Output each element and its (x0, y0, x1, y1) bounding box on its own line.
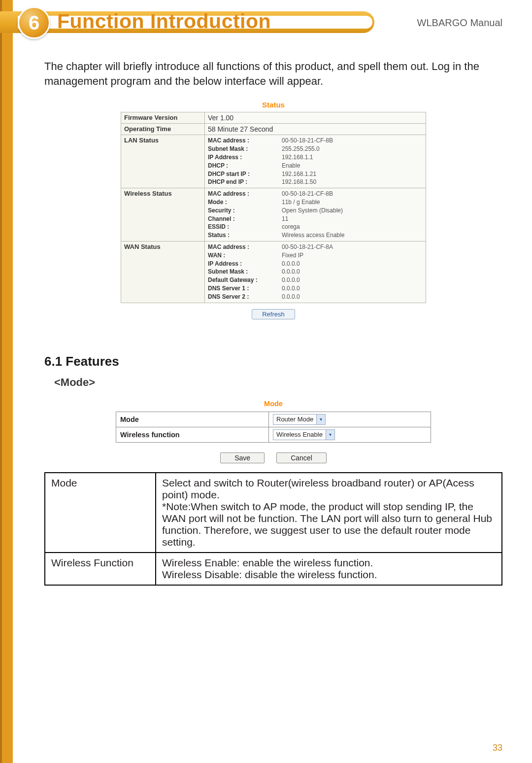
table-row: Firmware Version Ver 1.00 (121, 112, 426, 124)
mode-row-value-cell: Router Mode ▾ (269, 412, 431, 427)
wireless-function-row-value-cell: Wireless Enable ▾ (269, 427, 431, 442)
intro-paragraph: The chapter will briefly introduce all f… (44, 59, 502, 88)
kv-value: 255.255.255.0 (282, 145, 423, 153)
kv-value: 0.0.0.0 (282, 284, 423, 293)
kv-value: 0.0.0.0 (282, 276, 423, 284)
kv-value: 0.0.0.0 (282, 293, 423, 301)
lan-status-label: LAN Status (121, 135, 205, 188)
chevron-down-icon: ▾ (326, 430, 334, 440)
kv-key: IP Address : (208, 153, 282, 162)
kv-value: 192.168.1.1 (282, 153, 423, 162)
kv-key: Channel : (208, 215, 282, 223)
operating-time-label: Operating Time (121, 124, 205, 135)
kv-key: DNS Server 2 : (208, 293, 282, 301)
kv-key: DNS Server 1 : (208, 284, 282, 293)
table-row: Mode Select and switch to Router(wireles… (45, 473, 502, 553)
kv-key: MAC address : (208, 243, 282, 251)
kv-value: 0.0.0.0 (282, 260, 423, 268)
kv-key: WAN : (208, 251, 282, 260)
refresh-button[interactable]: Refresh (252, 309, 295, 319)
kv-key: Security : (208, 207, 282, 215)
kv-key: Mode : (208, 198, 282, 207)
kv-key: MAC address : (208, 190, 282, 198)
operating-time-value: 58 Minute 27 Second (205, 124, 426, 135)
kv-value: 00-50-18-21-CF-8A (282, 243, 423, 251)
kv-value: 192.168.1.21 (282, 170, 423, 178)
chapter-header: 6 Function Introduction WLBARGO Manual (0, 7, 532, 47)
kv-value: 00-50-18-21-CF-8B (282, 137, 423, 145)
page-body: The chapter will briefly introduce all f… (44, 59, 502, 586)
chapter-title: Function Introduction (57, 10, 271, 33)
wan-status-label: WAN Status (121, 241, 205, 303)
kv-value: 11b / g Enable (282, 198, 423, 207)
save-button[interactable]: Save (220, 452, 265, 463)
table-row: Wireless Status MAC address :00-50-18-21… (121, 188, 426, 242)
wireless-function-dropdown[interactable]: Wireless Enable ▾ (273, 429, 335, 440)
kv-value: Fixed IP (282, 251, 423, 260)
table-row: Operating Time 58 Minute 27 Second (121, 124, 426, 135)
wireless-function-dropdown-value: Wireless Enable (273, 431, 326, 438)
kv-value: Wireless access Enable (282, 231, 423, 240)
mode-dropdown[interactable]: Router Mode ▾ (273, 414, 326, 425)
mode-dropdown-value: Router Mode (273, 416, 316, 423)
chapter-number-badge: 6 (18, 6, 50, 39)
mode-row-label: Mode (116, 412, 269, 427)
firmware-version-value: Ver 1.00 (205, 112, 426, 124)
status-title: Status (121, 101, 426, 109)
status-table: Firmware Version Ver 1.00 Operating Time… (121, 112, 426, 303)
kv-value: 0.0.0.0 (282, 268, 423, 276)
explanation-table: Mode Select and switch to Router(wireles… (44, 472, 502, 586)
wireless-status-label: Wireless Status (121, 188, 205, 242)
wireless-status-cell: MAC address :00-50-18-21-CF-8B Mode :11b… (205, 188, 426, 242)
mode-screenshot: Mode Mode Router Mode ▾ Wireless functio… (116, 400, 431, 463)
mode-table: Mode Router Mode ▾ Wireless function Wir… (116, 412, 431, 443)
kv-value: Open System (Disable) (282, 207, 423, 215)
mode-subheading: <Mode> (54, 376, 502, 389)
explain-wireless-label: Wireless Function (45, 553, 156, 585)
kv-key: ESSID : (208, 223, 282, 231)
table-row: WAN Status MAC address :00-50-18-21-CF-8… (121, 241, 426, 303)
page-number: 33 (493, 743, 502, 753)
kv-value: Enable (282, 162, 423, 170)
section-heading: 6.1 Features (44, 354, 502, 369)
kv-key: DHCP end IP : (208, 178, 282, 186)
explain-mode-text: Select and switch to Router(wireless bro… (156, 473, 502, 553)
manual-name-label: WLBARGO Manual (417, 17, 502, 29)
left-margin-strip (0, 0, 13, 763)
chevron-down-icon: ▾ (316, 415, 325, 424)
kv-key: Subnet Mask : (208, 268, 282, 276)
table-row: LAN Status MAC address :00-50-18-21-CF-8… (121, 135, 426, 188)
status-screenshot: Status Firmware Version Ver 1.00 Operati… (121, 101, 426, 319)
kv-value: corega (282, 223, 423, 231)
mode-panel-title: Mode (116, 400, 431, 408)
table-row: Wireless Function Wireless Enable: enabl… (45, 553, 502, 585)
explain-wireless-text: Wireless Enable: enable the wireless fun… (156, 553, 502, 585)
wan-status-cell: MAC address :00-50-18-21-CF-8A WAN :Fixe… (205, 241, 426, 303)
kv-key: Subnet Mask : (208, 145, 282, 153)
wireless-function-row-label: Wireless function (116, 427, 269, 442)
kv-value: 11 (282, 215, 423, 223)
cancel-button[interactable]: Cancel (276, 452, 327, 463)
firmware-version-label: Firmware Version (121, 112, 205, 124)
lan-status-cell: MAC address :00-50-18-21-CF-8B Subnet Ma… (205, 135, 426, 188)
kv-key: MAC address : (208, 137, 282, 145)
kv-key: DHCP : (208, 162, 282, 170)
kv-key: DHCP start IP : (208, 170, 282, 178)
table-row: Mode Router Mode ▾ (116, 412, 431, 427)
kv-key: IP Address : (208, 260, 282, 268)
table-row: Wireless function Wireless Enable ▾ (116, 427, 431, 442)
kv-value: 00-50-18-21-CF-8B (282, 190, 423, 198)
kv-value: 192.168.1.50 (282, 178, 423, 186)
explain-mode-label: Mode (45, 473, 156, 553)
kv-key: Default Gateway : (208, 276, 282, 284)
kv-key: Status : (208, 231, 282, 240)
